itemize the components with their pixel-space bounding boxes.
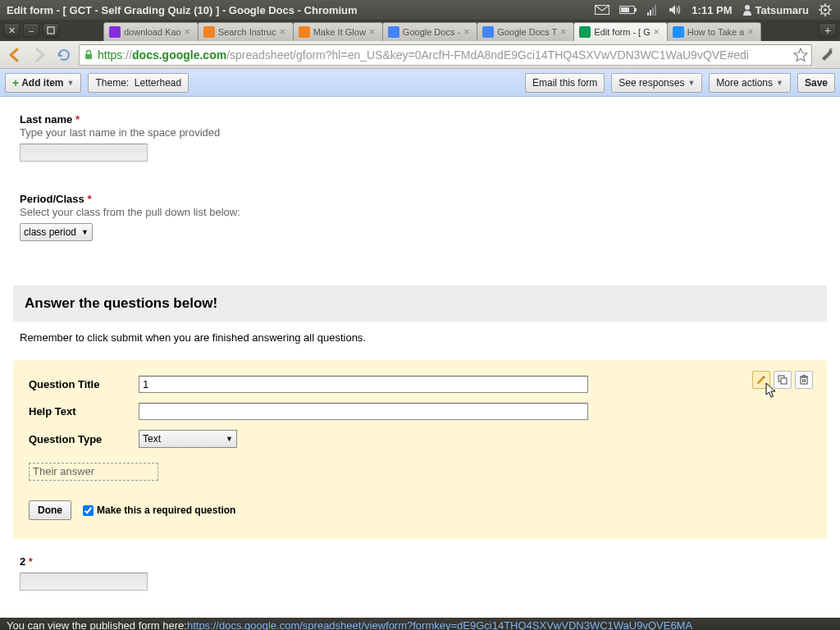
tab-close-icon[interactable]: ×	[560, 28, 568, 36]
user-icon	[742, 4, 752, 16]
browser-tab[interactable]: Edit form - [ G×	[573, 22, 667, 41]
clock[interactable]: 1:11 PM	[692, 4, 732, 16]
reload-button[interactable]	[54, 45, 74, 65]
question-label: 3 *	[20, 615, 820, 618]
delete-icon[interactable]	[795, 371, 813, 389]
browser-tab[interactable]: Google Docs -×	[382, 22, 477, 41]
svg-rect-22	[781, 378, 787, 384]
browser-tab[interactable]: download Kao×	[103, 22, 199, 41]
tab-close-icon[interactable]: ×	[463, 28, 472, 36]
window-maximize-button[interactable]	[43, 23, 59, 38]
favicon-icon	[673, 26, 684, 38]
question-help: Select your class from the pull down lis…	[20, 206, 820, 218]
duplicate-icon[interactable]	[774, 371, 792, 389]
question-3: 3 *	[20, 615, 820, 618]
svg-line-16	[829, 13, 830, 15]
tab-close-icon[interactable]: ×	[185, 28, 193, 36]
svg-rect-6	[652, 7, 654, 16]
theme-selector[interactable]: Theme: Letterhead	[88, 73, 189, 93]
tab-close-icon[interactable]: ×	[280, 28, 288, 36]
mail-icon[interactable]	[595, 5, 609, 15]
tab-close-icon[interactable]: ×	[747, 28, 756, 36]
favicon-icon	[203, 26, 215, 38]
svg-rect-2	[635, 8, 637, 11]
tab-label: Google Docs T	[497, 27, 557, 37]
favicon-icon	[109, 26, 121, 38]
tab-close-icon[interactable]: ×	[654, 28, 662, 36]
browser-tab[interactable]: How to Take a×	[667, 22, 762, 41]
forward-button[interactable]	[30, 45, 49, 65]
browser-tab[interactable]: Search Instruc×	[198, 22, 294, 41]
done-button[interactable]: Done	[29, 500, 71, 520]
system-menubar: Edit form - [ GCT - Self Grading Quiz (1…	[0, 0, 840, 20]
save-button[interactable]: Save	[797, 73, 835, 93]
network-icon[interactable]	[647, 4, 659, 16]
back-button[interactable]	[5, 45, 25, 65]
question-title-input[interactable]	[139, 376, 588, 393]
svg-point-10	[824, 8, 827, 11]
section-header: Answer the questions below!	[13, 285, 827, 322]
svg-rect-27	[800, 377, 808, 378]
section-description: Remember to click submit when you are fi…	[20, 331, 820, 344]
window-close-button[interactable]: ✕	[3, 23, 20, 38]
see-responses-button[interactable]: See responses▼	[611, 73, 702, 93]
question-2: 2 *	[20, 555, 820, 591]
new-tab-button[interactable]: +	[819, 23, 837, 38]
wrench-icon[interactable]	[817, 46, 835, 64]
favicon-icon	[579, 26, 591, 38]
window-controls-row: ✕ – download Kao×Search Instruc×Make It …	[0, 20, 840, 41]
question-lastname: Last name * Type your last name in the s…	[20, 113, 820, 162]
tab-label: Search Instruc	[218, 27, 276, 37]
add-item-button[interactable]: +Add item▼	[5, 73, 81, 93]
type-label: Question Type	[29, 433, 139, 445]
tab-label: Google Docs -	[403, 27, 460, 37]
window-minimize-button[interactable]: –	[23, 23, 39, 38]
status-text: You can view the published form here:	[7, 619, 187, 630]
gear-icon[interactable]	[819, 3, 832, 16]
url-bar[interactable]: https://docs.google.com/spreadsheet/gfor…	[79, 44, 812, 66]
email-form-button[interactable]: Email this form	[525, 73, 605, 93]
browser-tab[interactable]: Google Docs T×	[477, 22, 574, 41]
browser-tabstrip: download Kao×Search Instruc×Make It Glow…	[103, 20, 812, 41]
battery-icon[interactable]	[619, 5, 637, 15]
svg-line-17	[820, 13, 822, 15]
volume-icon[interactable]	[669, 4, 682, 16]
svg-rect-28	[802, 375, 806, 377]
form-toolbar: +Add item▼ Theme: Letterhead Email this …	[0, 69, 840, 97]
svg-rect-5	[650, 10, 651, 16]
published-form-link[interactable]: https://docs.google.com/spreadsheet/view…	[187, 619, 692, 630]
help-label: Help Text	[29, 405, 139, 418]
svg-rect-20	[85, 54, 92, 59]
question-help: Type your last name in the space provide…	[20, 126, 820, 139]
dropdown-answer-preview[interactable]: class period▼	[20, 223, 93, 241]
required-checkbox[interactable]: Make this a required question	[83, 504, 235, 516]
url-text: https://docs.google.com/spreadsheet/gfor…	[98, 48, 793, 62]
question-label: Period/Class *	[20, 193, 820, 205]
favicon-icon	[482, 26, 494, 38]
question-period: Period/Class * Select your class from th…	[20, 193, 820, 241]
bookmark-star-icon[interactable]	[793, 48, 808, 62]
answer-preview: Their answer	[29, 463, 158, 481]
user-indicator[interactable]: Tatsumaru	[742, 4, 810, 16]
edit-icon[interactable]	[752, 371, 770, 389]
status-bar: You can view the published form here: ht…	[0, 618, 840, 630]
form-editor-canvas[interactable]: Last name * Type your last name in the s…	[0, 97, 840, 618]
help-text-input[interactable]	[139, 403, 588, 420]
favicon-icon	[299, 26, 310, 38]
tab-label: Make It Glow	[313, 27, 366, 37]
text-answer-preview	[20, 573, 148, 591]
svg-rect-7	[655, 5, 656, 16]
svg-rect-4	[647, 12, 649, 16]
tab-label: download Kao	[124, 27, 181, 37]
window-title: Edit form - [ GCT - Self Grading Quiz (1…	[3, 4, 595, 16]
browser-tab[interactable]: Make It Glow×	[293, 22, 383, 41]
question-label: 2 *	[20, 555, 820, 568]
question-type-select[interactable]: Text▼	[139, 430, 237, 448]
svg-line-18	[829, 5, 830, 7]
more-actions-button[interactable]: More actions▼	[709, 73, 791, 93]
svg-point-8	[745, 5, 750, 10]
tab-label: How to Take a	[687, 27, 745, 37]
favicon-icon	[388, 26, 399, 38]
tab-close-icon[interactable]: ×	[369, 28, 377, 36]
required-checkbox-input[interactable]	[83, 505, 94, 516]
